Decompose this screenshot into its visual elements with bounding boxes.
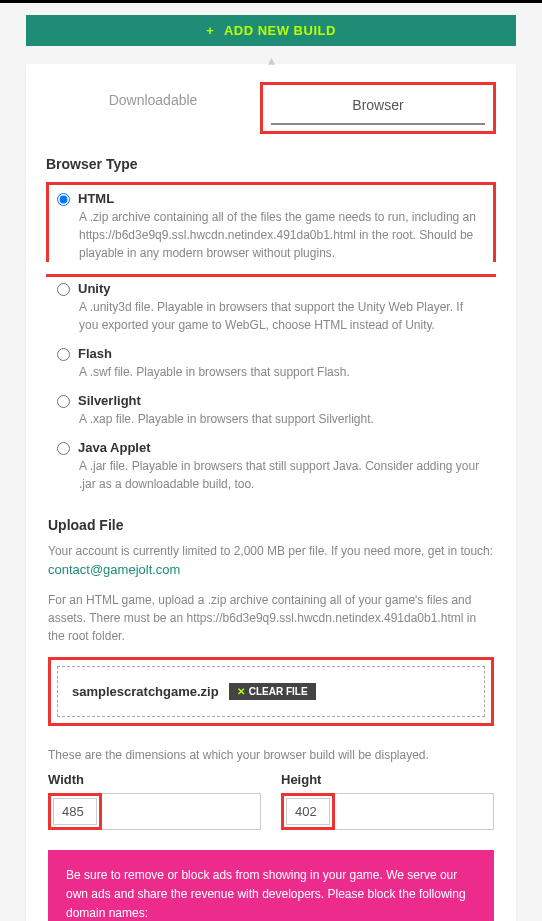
- other-browser-types: Unity A .unity3d file. Playable in brows…: [46, 281, 496, 493]
- top-bar: [0, 0, 542, 3]
- browser-type-html-group: HTML A .zip archive containing all of th…: [46, 182, 496, 262]
- file-box: samplescratchgame.zip ✕ CLEAR FILE: [57, 666, 485, 717]
- radio-html[interactable]: [57, 193, 70, 206]
- height-label: Height: [281, 772, 494, 787]
- uploaded-file-name: samplescratchgame.zip: [72, 684, 219, 699]
- tab-downloadable-label: Downloadable: [109, 92, 198, 108]
- tab-downloadable[interactable]: Downloadable: [46, 82, 260, 134]
- file-box-highlight: samplescratchgame.zip ✕ CLEAR FILE: [48, 657, 494, 726]
- add-new-build-button[interactable]: + ADD NEW BUILD: [26, 15, 516, 46]
- radio-html-desc: A .zip archive containing all of the fil…: [79, 208, 485, 262]
- browser-type-heading: Browser Type: [46, 156, 496, 172]
- radio-flash-desc: A .swf file. Playable in browsers that s…: [79, 363, 485, 381]
- upload-html-note: For an HTML game, upload a .zip archive …: [48, 591, 494, 645]
- highlight-border: [46, 274, 496, 277]
- ads-notice-text: Be sure to remove or block ads from show…: [66, 866, 476, 921]
- tab-browser[interactable]: Browser: [260, 82, 496, 134]
- clear-file-button[interactable]: ✕ CLEAR FILE: [229, 683, 316, 700]
- radio-silverlight-label: Silverlight: [78, 393, 141, 408]
- radio-java-label: Java Applet: [78, 440, 151, 455]
- radio-unity-label: Unity: [78, 281, 111, 296]
- height-input[interactable]: [286, 798, 330, 825]
- width-input[interactable]: [53, 798, 97, 825]
- ads-notice: Be sure to remove or block ads from show…: [48, 850, 494, 921]
- dimensions-row: Width Height: [48, 772, 494, 830]
- card-arrow-icon: ▴: [0, 52, 542, 64]
- radio-flash[interactable]: [57, 348, 70, 361]
- build-card: Downloadable Browser Browser Type HTML A…: [26, 64, 516, 921]
- radio-silverlight-desc: A .xap file. Playable in browsers that s…: [79, 410, 485, 428]
- height-highlight: [281, 793, 335, 830]
- add-new-build-label: ADD NEW BUILD: [224, 23, 336, 38]
- radio-java[interactable]: [57, 442, 70, 455]
- tab-browser-label: Browser: [352, 97, 403, 113]
- width-input-rest[interactable]: [102, 793, 261, 830]
- clear-file-label: CLEAR FILE: [249, 686, 308, 697]
- close-icon: ✕: [237, 686, 245, 697]
- contact-link[interactable]: contact@gamejolt.com: [48, 562, 180, 577]
- upload-limit-text: Your account is currently limited to 2,0…: [48, 544, 493, 558]
- radio-silverlight[interactable]: [57, 395, 70, 408]
- width-label: Width: [48, 772, 261, 787]
- radio-java-desc: A .jar file. Playable in browsers that s…: [79, 457, 485, 493]
- dimensions-note: These are the dimensions at which your b…: [48, 748, 494, 762]
- upload-file-heading: Upload File: [48, 517, 494, 533]
- upload-section: Upload File Your account is currently li…: [46, 517, 496, 921]
- tabs: Downloadable Browser: [46, 82, 496, 134]
- radio-unity[interactable]: [57, 283, 70, 296]
- radio-flash-label: Flash: [78, 346, 112, 361]
- height-input-rest[interactable]: [335, 793, 494, 830]
- width-highlight: [48, 793, 102, 830]
- radio-unity-desc: A .unity3d file. Playable in browsers th…: [79, 298, 485, 334]
- radio-html-label: HTML: [78, 191, 114, 206]
- plus-icon: +: [206, 23, 214, 38]
